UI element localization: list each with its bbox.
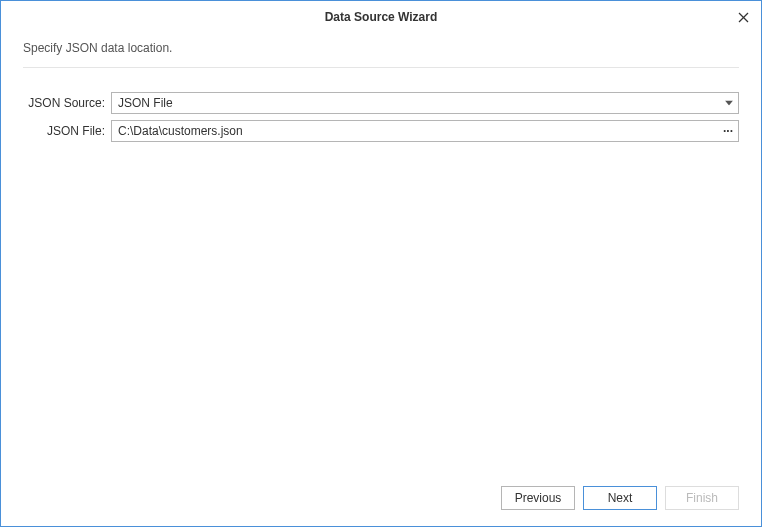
close-icon — [738, 12, 749, 23]
subtitle: Specify JSON data location. — [1, 33, 761, 67]
json-file-field-wrap: ··· — [111, 120, 739, 142]
json-source-row: JSON Source: — [23, 92, 739, 114]
dialog-title: Data Source Wizard — [325, 10, 438, 24]
json-file-label: JSON File: — [23, 124, 111, 138]
json-source-field-wrap — [111, 92, 739, 114]
ellipsis-icon: ··· — [723, 125, 733, 137]
json-file-row: JSON File: ··· — [23, 120, 739, 142]
finish-button: Finish — [665, 486, 739, 510]
form-area: JSON Source: JSON File: ··· — [1, 68, 761, 148]
next-button[interactable]: Next — [583, 486, 657, 510]
json-source-select[interactable] — [111, 92, 739, 114]
footer-buttons: Previous Next Finish — [501, 486, 739, 510]
titlebar: Data Source Wizard — [1, 1, 761, 33]
browse-button[interactable]: ··· — [718, 121, 738, 141]
json-file-input[interactable] — [111, 120, 739, 142]
previous-button[interactable]: Previous — [501, 486, 575, 510]
json-source-label: JSON Source: — [23, 96, 111, 110]
close-button[interactable] — [735, 9, 751, 25]
wizard-dialog: Data Source Wizard Specify JSON data loc… — [0, 0, 762, 527]
